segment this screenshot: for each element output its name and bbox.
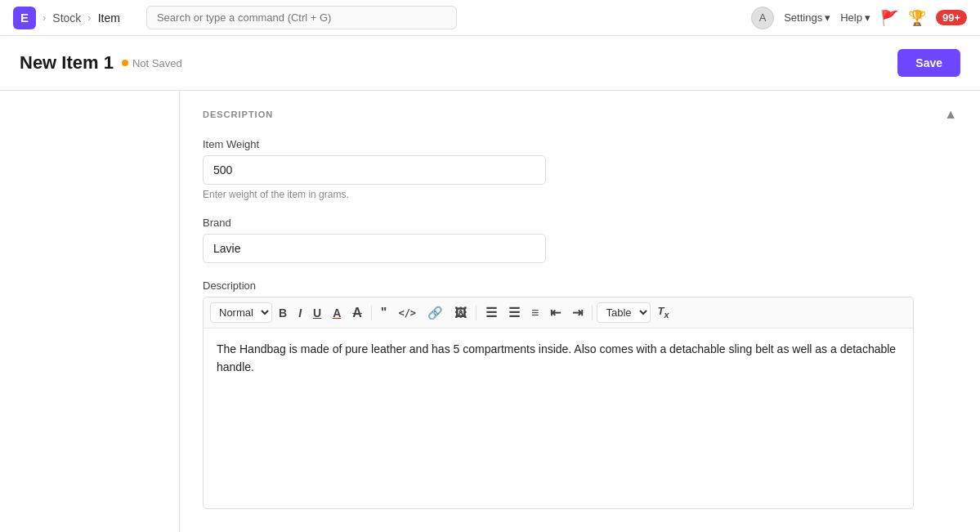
app-logo: E — [13, 7, 36, 29]
indent-left-button[interactable]: ⇤ — [545, 303, 566, 323]
notifications-icon[interactable]: 🚩 — [880, 9, 898, 27]
clear-format-button[interactable]: Tx — [652, 302, 673, 322]
right-panel: DESCRIPTION ▲ Item Weight Enter weight o… — [180, 91, 980, 532]
section-header: DESCRIPTION ▲ — [203, 107, 957, 122]
weight-input[interactable] — [203, 155, 546, 185]
weight-hint: Enter weight of the item in grams. — [203, 189, 957, 200]
description-group: Description Normal B I U A A — [203, 279, 957, 509]
indent-right-button[interactable]: ⇥ — [567, 303, 588, 323]
toolbar-divider-2 — [476, 306, 477, 320]
breadcrumb-chevron-2: › — [87, 11, 91, 24]
image-button[interactable]: 🖼 — [450, 303, 472, 322]
italic-button[interactable]: I — [293, 304, 307, 322]
search-area — [146, 6, 725, 29]
breadcrumb-item[interactable]: Item — [98, 11, 120, 25]
status-dot — [122, 60, 128, 66]
editor-toolbar: Normal B I U A A " </> — [204, 297, 913, 329]
badge-count[interactable]: 99+ — [936, 10, 967, 25]
description-content: The Handbag is made of pure leather and … — [217, 342, 896, 373]
page-title: New Item 1 — [20, 52, 114, 74]
help-menu[interactable]: Help ▾ — [840, 11, 870, 24]
brand-label: Brand — [203, 217, 957, 229]
section-title: DESCRIPTION — [203, 110, 273, 119]
title-group: New Item 1 Not Saved — [20, 52, 182, 74]
align-center-button[interactable]: ≡ — [526, 303, 544, 323]
link-button[interactable]: 🔗 — [423, 303, 448, 322]
save-button[interactable]: Save — [897, 49, 960, 77]
bold-button[interactable]: B — [274, 304, 292, 322]
section-collapse-icon[interactable]: ▲ — [944, 107, 957, 122]
breadcrumb-chevron-1: › — [43, 11, 46, 24]
description-section: DESCRIPTION ▲ Item Weight Enter weight o… — [180, 91, 980, 532]
toolbar-divider-1 — [371, 306, 372, 320]
status-badge: Not Saved — [122, 57, 182, 69]
description-label: Description — [203, 279, 957, 292]
highlight-button[interactable]: A — [347, 303, 367, 323]
left-panel — [0, 91, 180, 532]
ordered-list-button[interactable]: ☰ — [481, 303, 502, 323]
table-select[interactable]: Table — [597, 302, 651, 323]
brand-group: Brand — [203, 217, 957, 263]
weight-group: Item Weight Enter weight of the item in … — [203, 138, 957, 200]
format-select[interactable]: Normal — [210, 302, 272, 323]
text-color-button[interactable]: A — [328, 304, 346, 322]
toolbar-divider-3 — [592, 306, 593, 320]
underline-button[interactable]: U — [308, 304, 326, 322]
description-editor: Normal B I U A A " </> — [203, 297, 914, 509]
search-input[interactable] — [146, 6, 457, 29]
settings-chevron-icon: ▾ — [825, 11, 830, 24]
top-navigation: E › Stock › Item A Settings ▾ Help ▾ 🚩 🏆… — [0, 0, 980, 36]
blockquote-button[interactable]: " — [376, 303, 392, 323]
avatar: A — [751, 7, 774, 29]
weight-label: Item Weight — [203, 138, 957, 150]
brand-input[interactable] — [203, 234, 546, 263]
page-header: New Item 1 Not Saved Save — [0, 36, 980, 91]
status-text: Not Saved — [132, 57, 182, 69]
nav-actions: A Settings ▾ Help ▾ 🚩 🏆 99+ — [751, 7, 967, 29]
trophy-icon[interactable]: 🏆 — [908, 9, 926, 27]
code-button[interactable]: </> — [393, 305, 421, 321]
breadcrumb-stock[interactable]: Stock — [52, 11, 81, 25]
bullet-list-button[interactable]: ☰ — [503, 303, 525, 323]
description-editor-body[interactable]: The Handbag is made of pure leather and … — [204, 329, 913, 508]
help-chevron-icon: ▾ — [865, 11, 870, 24]
settings-menu[interactable]: Settings ▾ — [784, 11, 830, 24]
main-content: DESCRIPTION ▲ Item Weight Enter weight o… — [0, 91, 980, 532]
